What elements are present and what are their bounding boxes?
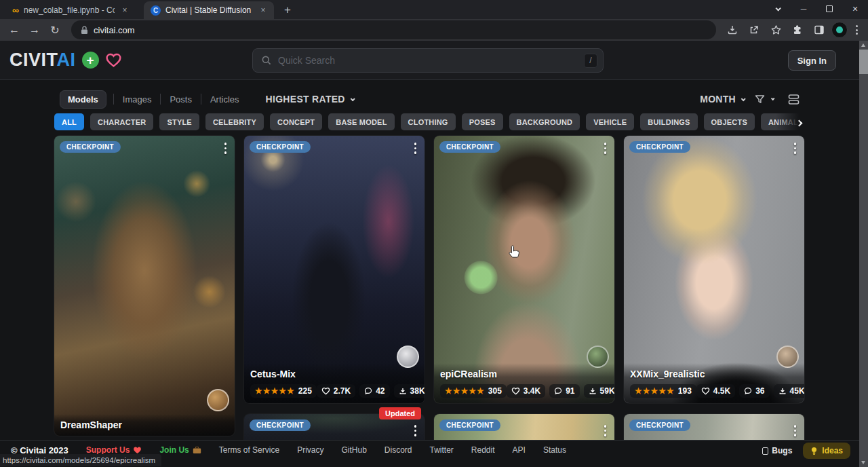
model-card-epicrealism[interactable]: CHECKPOINT epiCRealism ★★★★★ 305: [434, 136, 614, 403]
footer-link-reddit[interactable]: Reddit: [471, 445, 495, 455]
comments-pill: 36: [739, 384, 769, 398]
chip-character[interactable]: CHARACTER: [90, 113, 153, 130]
chip-vehicle[interactable]: VEHICLE: [586, 113, 634, 130]
card-menu-icon[interactable]: [791, 141, 800, 155]
window-close-button[interactable]: ×: [842, 0, 868, 18]
extensions-icon[interactable]: [788, 20, 807, 39]
rating-count: 225: [298, 386, 312, 396]
window-minimize-button[interactable]: ─: [791, 0, 816, 18]
model-grid: CHECKPOINT DreamShaper CHECKPOINT Cetus-…: [54, 136, 868, 467]
card-menu-icon[interactable]: [601, 141, 610, 155]
colab-icon: ∞: [12, 5, 19, 15]
quick-search-bar[interactable]: /: [252, 48, 604, 73]
download-page-icon[interactable]: [723, 20, 742, 39]
create-plus-button[interactable]: +: [82, 52, 99, 69]
sort-dropdown[interactable]: HIGHEST RATED: [266, 94, 354, 105]
footer-link-terms[interactable]: Terms of Service: [219, 445, 279, 455]
browser-tab-civitai[interactable]: C Civitai | Stable Diffusion models, ×: [144, 1, 274, 19]
tab-close-icon[interactable]: ×: [258, 5, 269, 16]
card-menu-icon[interactable]: [412, 424, 420, 438]
chip-objects[interactable]: OBJECTS: [704, 113, 755, 130]
tab-close-icon[interactable]: ×: [119, 5, 130, 16]
footer-link-api[interactable]: API: [513, 445, 526, 455]
scroll-up-arrow-icon[interactable]: [861, 43, 865, 47]
downloads-pill: 45K: [774, 384, 804, 398]
model-type-badge: CHECKPOINT: [60, 141, 121, 153]
footer-link-discord[interactable]: Discord: [384, 445, 412, 455]
creator-avatar[interactable]: [397, 345, 419, 368]
creator-avatar[interactable]: [776, 345, 799, 368]
window-maximize-button[interactable]: [816, 0, 842, 18]
tab-posts[interactable]: Posts: [161, 91, 201, 108]
footer-link-support-us[interactable]: Support Us: [86, 445, 142, 455]
heart-icon: [701, 387, 710, 395]
window-menu-chevron-icon[interactable]: [765, 0, 791, 18]
model-card-cetus-mix[interactable]: CHECKPOINT Cetus-Mix ★★★★★ 225: [244, 136, 425, 403]
browser-tab-colab[interactable]: ∞ new_colab_file.ipynb - Colaborat ×: [5, 1, 136, 19]
creator-avatar[interactable]: [587, 345, 609, 368]
chip-poses[interactable]: POSES: [462, 113, 503, 130]
reload-icon[interactable]: ↻: [45, 20, 64, 39]
browser-profile-avatar[interactable]: [831, 22, 848, 38]
ideas-button[interactable]: Ideas: [803, 443, 850, 459]
download-icon: [589, 387, 597, 395]
chip-all[interactable]: ALL: [54, 113, 84, 130]
chip-celebrity[interactable]: CELEBRITY: [205, 113, 264, 130]
model-card-xxmix-9realistic[interactable]: CHECKPOINT XXMix_9realistic ★★★★★ 193: [624, 136, 804, 403]
footer-link-twitter[interactable]: Twitter: [430, 445, 454, 455]
chip-style[interactable]: STYLE: [159, 113, 199, 130]
footer-link-status[interactable]: Status: [543, 445, 566, 455]
scroll-down-arrow-icon[interactable]: [861, 461, 865, 464]
downloads-pill: 38K: [394, 384, 425, 398]
search-shortcut-key: /: [584, 54, 597, 68]
footer-link-privacy[interactable]: Privacy: [297, 445, 323, 455]
link-status-bar: https://civitai.com/models/25694/epicrea…: [0, 454, 161, 466]
model-card-dreamshaper[interactable]: CHECKPOINT DreamShaper: [54, 136, 235, 436]
layout-toggle-icon[interactable]: [787, 94, 800, 105]
tab-models[interactable]: Models: [60, 90, 106, 109]
updated-badge: Updated: [379, 407, 421, 419]
chips-scroll-right-icon[interactable]: [797, 116, 802, 128]
address-bar[interactable]: civitai.com: [71, 20, 716, 39]
browser-menu-icon[interactable]: [850, 25, 863, 35]
back-icon[interactable]: ←: [5, 20, 24, 39]
filter-dropdown[interactable]: [754, 94, 774, 105]
tab-images[interactable]: Images: [114, 91, 161, 108]
star-icons: ★★★★★: [445, 387, 485, 395]
sign-in-button[interactable]: Sign In: [788, 50, 836, 71]
search-input[interactable]: [278, 55, 578, 66]
category-filter-row: ALL CHARACTER STYLE CELEBRITY CONCEPT BA…: [54, 113, 807, 130]
card-menu-icon[interactable]: [791, 424, 800, 438]
chip-background[interactable]: BACKGROUND: [509, 113, 580, 130]
chip-clothing[interactable]: CLOTHING: [401, 113, 456, 130]
bookmark-star-icon[interactable]: [766, 20, 785, 39]
card-menu-icon[interactable]: [222, 141, 230, 155]
page-scrollbar[interactable]: [859, 41, 868, 467]
search-icon: [261, 55, 272, 66]
chip-buildings[interactable]: BUILDINGS: [640, 113, 697, 130]
content-subnav: Models Images Posts Articles HIGHEST RAT…: [60, 90, 800, 109]
likes-pill: 4.5K: [696, 384, 735, 398]
scrollbar-thumb[interactable]: [859, 50, 868, 74]
tab-articles[interactable]: Articles: [201, 91, 248, 108]
card-menu-icon[interactable]: [601, 424, 610, 438]
chip-concept[interactable]: CONCEPT: [270, 113, 322, 130]
rating-pill: ★★★★★ 225: [250, 384, 317, 398]
rating-count: 305: [488, 386, 502, 396]
period-dropdown[interactable]: MONTH: [700, 94, 745, 105]
new-tab-button[interactable]: +: [278, 1, 297, 19]
footer-link-github[interactable]: GitHub: [341, 445, 366, 455]
chip-base-model[interactable]: BASE MODEL: [328, 113, 394, 130]
bugs-button[interactable]: Bugs: [762, 446, 792, 455]
footer-link-join-us[interactable]: Join Us: [159, 445, 201, 455]
heart-icon: [321, 387, 330, 395]
card-menu-icon[interactable]: [412, 141, 420, 155]
share-icon[interactable]: [745, 20, 764, 39]
forward-icon[interactable]: →: [25, 20, 44, 39]
creator-avatar[interactable]: [207, 389, 229, 411]
favorites-heart-icon[interactable]: [105, 52, 122, 68]
model-type-badge: CHECKPOINT: [439, 141, 500, 153]
comment-icon: [554, 387, 562, 395]
civitai-logo[interactable]: CIVITAI: [9, 50, 76, 71]
side-panel-icon[interactable]: [810, 20, 829, 39]
